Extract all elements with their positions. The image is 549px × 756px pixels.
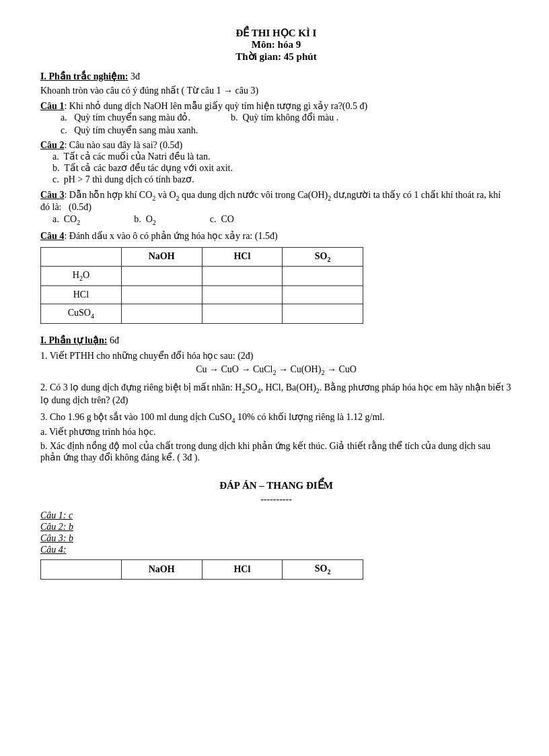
- answer-col-empty: [41, 560, 122, 580]
- p2q3-text: Cho 1.96 g bột sắt vào 100 ml dung dịch …: [50, 412, 385, 422]
- q4-table-container: NaOH HCl SO2 H2O HCl: [40, 247, 512, 324]
- table-header-row: NaOH HCl SO2: [41, 247, 363, 267]
- q2-option-a: a. Tất cả các muối của Natri đều là tan.: [52, 151, 512, 162]
- q1-label: Câu 1: [40, 101, 64, 111]
- q1-options: a. Quỳ tím chuyển sang màu đỏ. b. Quỳ tí…: [61, 112, 512, 136]
- part1-points: 3đ: [131, 71, 140, 81]
- answer-cau2: Câu 2: b: [40, 522, 512, 532]
- answer-section: ĐÁP ÁN – THANG ĐIỂM ---------- Câu 1: c …: [40, 479, 512, 580]
- q3-options: a. CO2 b. O2 c. CO: [52, 214, 512, 226]
- q3-option-b: b. O2: [134, 214, 156, 226]
- p2q3-a: a. Viết phương trình hóa học.: [40, 426, 512, 438]
- answer-cau1: Câu 1: c: [40, 510, 512, 521]
- q2-label: Câu 2: [40, 140, 64, 150]
- answer-col-naoh: NaOH: [121, 560, 202, 580]
- p2q3-b-text: Xác định nồng độ mol của chất trong dung…: [40, 441, 490, 462]
- part1-instruction: Khoanh tròn vào câu có ý đúng nhất ( Từ …: [40, 85, 512, 96]
- q2-options: a. Tất cả các muối của Natri đều là tan.…: [52, 151, 512, 185]
- q1-option-c: c. Quỳ tím chuyển sang màu xanh.: [61, 125, 512, 136]
- answer-col-hcl: HCl: [202, 560, 283, 580]
- title-line2: Môn: hóa 9: [40, 39, 512, 50]
- part2-points: 6đ: [110, 335, 119, 345]
- question-4: Câu 4: Đánh dấu x vào ô có phản ứng hóa …: [40, 230, 512, 324]
- table-row: CuSO4: [41, 304, 363, 324]
- p2q1-text: Viết PTHH cho những chuyển đổi hóa học s…: [50, 351, 254, 361]
- q2-option-b: b. Tất cả các bazơ đều tác dụng với oxit…: [52, 162, 512, 174]
- p2q1-reaction: Cu → CuO → CuCl2 → Cu(OH)2 → CuO: [40, 364, 512, 376]
- table-row: H2O: [41, 267, 363, 286]
- part2-heading-roman: I.: [40, 335, 48, 345]
- p2q3-a-label: a.: [40, 427, 49, 437]
- part1-heading: I. Phần trắc nghiệm: 3đ: [40, 71, 512, 82]
- p2q3-a-text: Viết phương trình hóa học.: [49, 427, 155, 437]
- q3-label: Câu 3: [40, 190, 64, 200]
- q2-option-c: c. pH > 7 thì dung dịch có tính bazơ.: [52, 174, 512, 185]
- answer-separator: ----------: [40, 494, 512, 505]
- part2: I. Phần tự luận: 6đ 1. Viết PTHH cho nhữ…: [40, 335, 512, 463]
- p2q3-b: b. Xác định nồng độ mol của chất trong d…: [40, 440, 512, 463]
- question-3: Câu 3: Dẫn hỗn hợp khí CO2 và O2 qua dun…: [40, 189, 512, 226]
- q3-option-a: a. CO2: [52, 214, 80, 226]
- q3-option-c: c. CO: [210, 214, 234, 226]
- answer-cau3: Câu 3: b: [40, 533, 512, 544]
- title-line3: Thời gian: 45 phút: [40, 50, 512, 63]
- q4-text: : Đánh dấu x vào ô có phản ứng hóa học x…: [64, 231, 277, 241]
- col-naoh: NaOH: [121, 247, 202, 267]
- question-1: Câu 1: Khi nhỏ dung dịch NaOH lên mẫu gi…: [40, 100, 512, 136]
- part1-heading-text: Phần trắc nghiệm:: [48, 71, 128, 81]
- part2-heading-text: Phần tự luận:: [48, 335, 107, 345]
- part1-heading-roman: I.: [40, 71, 48, 81]
- p2q2-number: 2.: [40, 382, 50, 392]
- answer-table-header: NaOH HCl SO2: [41, 560, 363, 580]
- part2-q1: 1. Viết PTHH cho những chuyển đổi hóa họ…: [40, 350, 512, 376]
- q2-text: : Câu nào sau đây là sai? (0.5đ): [64, 140, 182, 150]
- q4-table: NaOH HCl SO2 H2O HCl: [40, 247, 363, 324]
- p2q2-text: Có 3 lọ dung dịch đựng riêng biệt bị mất…: [40, 382, 511, 405]
- part2-heading: I. Phần tự luận: 6đ: [40, 335, 512, 346]
- question-2: Câu 2: Câu nào sau đây là sai? (0.5đ) a.…: [40, 140, 512, 185]
- part2-q2: 2. Có 3 lọ dung dịch đựng riêng biệt bị …: [40, 382, 512, 406]
- q1-option-a: a. Quỳ tím chuyển sang màu đỏ.: [61, 112, 190, 123]
- table-row: HCl: [41, 286, 363, 304]
- q3-text: : Dẫn hỗn hợp khí CO2 và O2 qua dung dịc…: [40, 190, 501, 212]
- answer-table: NaOH HCl SO2: [40, 559, 363, 580]
- p2q3-number: 3.: [40, 412, 50, 422]
- answer-title: ĐÁP ÁN – THANG ĐIỂM: [40, 479, 512, 491]
- answer-cau4: Câu 4:: [40, 545, 512, 555]
- q1-text: : Khi nhỏ dung dịch NaOH lên mẫu giấy qu…: [64, 101, 367, 111]
- q1-option-b: b. Quỳ tím không đổi màu .: [231, 112, 352, 123]
- col-so2: SO2: [283, 247, 363, 267]
- row-hcl: HCl: [41, 286, 122, 304]
- title-line1: ĐỀ THI HỌC KÌ I: [40, 27, 512, 39]
- col-empty: [41, 247, 122, 267]
- row-h2o: H2O: [41, 267, 122, 286]
- document-header: ĐỀ THI HỌC KÌ I Môn: hóa 9 Thời gian: 45…: [40, 27, 512, 63]
- p2q3-b-label: b.: [40, 441, 50, 451]
- part2-q3: 3. Cho 1.96 g bột sắt vào 100 ml dung dị…: [40, 411, 512, 464]
- p2q1-number: 1.: [40, 351, 50, 361]
- col-hcl: HCl: [202, 247, 283, 267]
- row-cuso4: CuSO4: [41, 304, 122, 324]
- q4-label: Câu 4: [40, 231, 64, 241]
- answer-col-so2: SO2: [283, 560, 363, 580]
